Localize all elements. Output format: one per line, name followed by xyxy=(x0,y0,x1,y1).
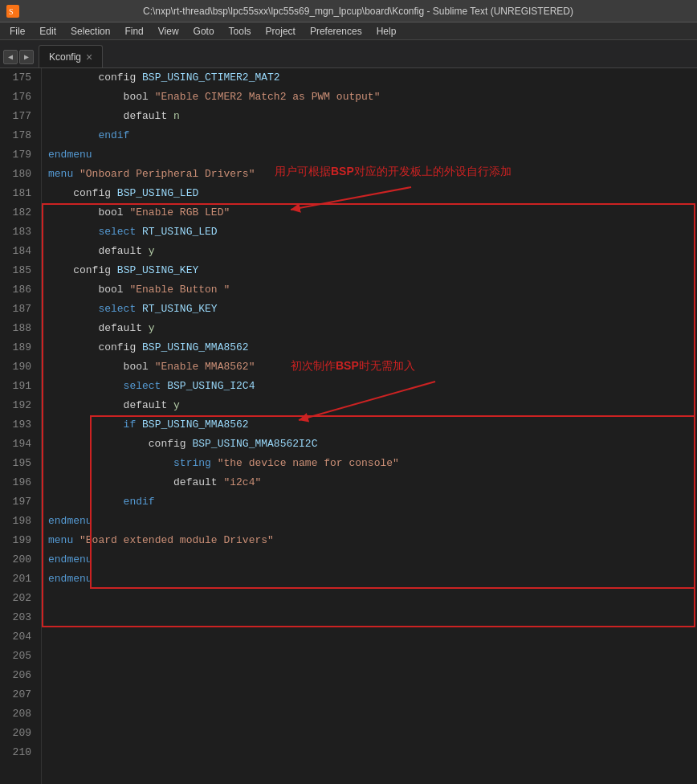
code-line: config BSP_USING_MMA8562 xyxy=(48,338,691,357)
token: BSP_USING_KEY xyxy=(117,261,198,280)
token: "Enable Button " xyxy=(129,280,230,300)
code-line: default y xyxy=(48,242,691,261)
code-line: endmenu xyxy=(48,570,691,589)
token: endif xyxy=(48,126,129,145)
code-line: endmenu xyxy=(48,550,691,570)
menu-item-project[interactable]: Project xyxy=(259,24,302,39)
menu-item-tools[interactable]: Tools xyxy=(222,24,258,39)
token: BSP_USING_CTIMER2_MAT2 xyxy=(142,68,280,88)
token: y xyxy=(149,319,155,338)
token: BSP_USING_I2C4 xyxy=(167,377,255,396)
line-numbers: 1751761771781791801811821831841851861871… xyxy=(0,68,42,784)
menu-item-find[interactable]: Find xyxy=(118,24,149,39)
line-number: 182 xyxy=(6,203,31,223)
line-number: 201 xyxy=(6,570,31,589)
nav-prev-button[interactable]: ◀ xyxy=(3,50,18,64)
token: bool xyxy=(48,88,155,107)
token: default xyxy=(48,242,149,261)
line-number: 205 xyxy=(6,647,31,666)
code-line: if BSP_USING_MMA8562 xyxy=(48,415,691,435)
title-text: C:\nxp\rt-thread\bsp\lpc55sxx\lpc55s69_m… xyxy=(26,6,691,17)
token: bool xyxy=(48,280,129,300)
line-number: 188 xyxy=(6,319,31,338)
token: y xyxy=(149,242,155,261)
menu-item-selection[interactable]: Selection xyxy=(64,24,116,39)
code-line: endif xyxy=(48,126,691,145)
token: BSP_USING_MMA8562 xyxy=(142,338,249,357)
code-line: select BSP_USING_I2C4 xyxy=(48,377,691,396)
token: "i2c4" xyxy=(223,473,261,492)
line-number: 208 xyxy=(6,704,31,724)
token: default xyxy=(48,396,173,415)
line-number: 184 xyxy=(6,242,31,261)
menu-item-help[interactable]: Help xyxy=(370,24,403,39)
token: BSP_USING_MMA8562 xyxy=(142,415,249,435)
code-line: default y xyxy=(48,396,691,415)
code-line: config BSP_USING_LED xyxy=(48,184,691,203)
app-icon: S xyxy=(6,5,19,18)
menu-item-edit[interactable]: Edit xyxy=(33,24,63,39)
line-number: 192 xyxy=(6,396,31,415)
token: endmenu xyxy=(48,570,92,589)
token: endif xyxy=(48,492,155,512)
code-line: select RT_USING_KEY xyxy=(48,300,691,319)
token: string xyxy=(48,454,218,473)
token: default xyxy=(48,107,173,126)
tab-close-button[interactable]: × xyxy=(86,51,92,63)
line-number: 180 xyxy=(6,165,31,184)
code-line: bool "Enable Button " xyxy=(48,280,691,300)
code-line: config BSP_USING_MMA8562I2C xyxy=(48,435,691,454)
nav-next-button[interactable]: ▶ xyxy=(19,50,34,64)
token: BSP_USING_LED xyxy=(117,184,198,203)
menu-item-preferences[interactable]: Preferences xyxy=(304,24,369,39)
code-line: default y xyxy=(48,319,691,338)
menu-item-goto[interactable]: Goto xyxy=(187,24,221,39)
token: select xyxy=(48,300,142,319)
token: RT_USING_LED xyxy=(142,223,218,242)
token: config xyxy=(48,338,142,357)
line-number: 189 xyxy=(6,338,31,357)
menu-item-file[interactable]: File xyxy=(3,24,31,39)
line-number: 199 xyxy=(6,531,31,550)
token: bool xyxy=(48,357,155,377)
token: RT_USING_KEY xyxy=(142,300,218,319)
line-number: 207 xyxy=(6,685,31,704)
code-line: string "the device name for console" xyxy=(48,454,691,473)
line-number: 194 xyxy=(6,435,31,454)
token: "Enable RGB LED" xyxy=(129,203,230,223)
annotation-2-bold: BSP xyxy=(336,359,359,372)
line-number: 181 xyxy=(6,184,31,203)
code-line: config BSP_USING_CTIMER2_MAT2 xyxy=(48,68,691,88)
line-number: 186 xyxy=(6,280,31,300)
menu-bar: FileEditSelectionFindViewGotoToolsProjec… xyxy=(0,22,697,40)
line-number: 187 xyxy=(6,300,31,319)
line-number: 190 xyxy=(6,357,31,377)
line-number: 191 xyxy=(6,377,31,396)
annotation-1-text: 用户可根据BSP对应的开发板上的外设自行添加 xyxy=(275,165,512,179)
line-number: 198 xyxy=(6,512,31,531)
line-number: 176 xyxy=(6,88,31,107)
token: config xyxy=(48,261,117,280)
line-number: 197 xyxy=(6,492,31,512)
code-line: default "i2c4" xyxy=(48,473,691,492)
line-number: 210 xyxy=(6,743,31,762)
line-number: 193 xyxy=(6,415,31,435)
tab-bar: ◀ ▶ Kconfig × xyxy=(0,40,697,68)
tab-kconfig[interactable]: Kconfig × xyxy=(39,45,103,67)
token: config xyxy=(48,184,117,203)
code-line: select RT_USING_LED xyxy=(48,223,691,242)
token: endmenu xyxy=(48,145,92,165)
code-line: endmenu xyxy=(48,145,691,165)
token: "the device name for console" xyxy=(218,454,399,473)
code-line: bool "Enable CIMER2 Match2 as PWM output… xyxy=(48,88,691,107)
code-area[interactable]: config BSP_USING_CTIMER2_MAT2 bool "Enab… xyxy=(42,68,697,784)
line-number: 209 xyxy=(6,724,31,743)
menu-item-view[interactable]: View xyxy=(152,24,185,39)
line-number: 206 xyxy=(6,666,31,685)
line-number: 185 xyxy=(6,261,31,280)
token: BSP_USING_MMA8562I2C xyxy=(192,435,317,454)
token: "Enable MMA8562" xyxy=(155,357,255,377)
token: endmenu xyxy=(48,550,92,570)
code-line: endmenu xyxy=(48,512,691,531)
token: select xyxy=(48,377,167,396)
